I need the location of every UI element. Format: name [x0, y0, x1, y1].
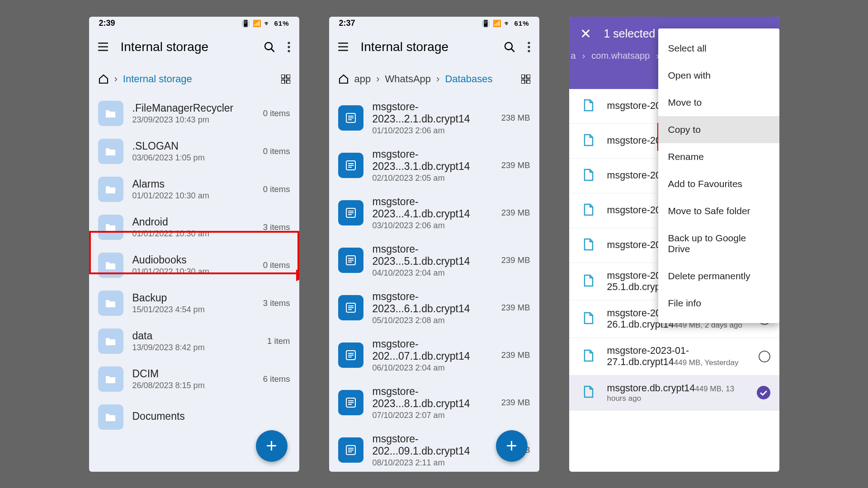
folder-icon — [98, 253, 123, 278]
list-item[interactable]: Audiobooks01/01/2022 10:30 am 0 items — [89, 246, 299, 284]
database-icon — [338, 200, 363, 225]
crumb-internal-storage[interactable]: Internal storage — [123, 73, 192, 85]
list-item[interactable]: msgstore-2023-01-27.1.db.crypt14449 MB, … — [569, 338, 779, 375]
more-icon[interactable] — [528, 42, 530, 52]
list-item[interactable]: msgstore-2023...3.1.db.crypt1402/10/2023… — [329, 142, 539, 189]
item-size: 239 MB — [501, 303, 530, 313]
list-item[interactable]: msgstore-2023...5.1.db.crypt1404/10/2023… — [329, 237, 539, 284]
menu-item-file-info[interactable]: File info — [658, 290, 779, 317]
file-icon — [578, 166, 598, 186]
chevron-right-icon: › — [114, 73, 118, 85]
selection-appbar: ✕ 1 selected a › com.whatsapp › Select a… — [569, 17, 779, 89]
item-date: 05/10/2023 2:08 am — [373, 316, 492, 325]
item-meta: 1 item — [267, 336, 290, 346]
database-icon — [338, 437, 363, 463]
list-item[interactable]: msgstore-2023...4.1.db.crypt1403/10/2023… — [329, 189, 539, 237]
item-name: msgstore-2023...5.1.db.crypt14 — [373, 243, 492, 267]
list-item[interactable]: Documents — [89, 398, 299, 436]
file-icon — [578, 347, 598, 366]
menu-item-rename[interactable]: Rename — [658, 143, 779, 170]
item-meta: 3 items — [263, 222, 290, 232]
folder-icon — [98, 366, 123, 392]
list-item[interactable]: DCIM26/08/2023 8:15 pm 6 items — [89, 360, 299, 398]
more-icon[interactable] — [288, 42, 290, 52]
list-item[interactable]: .SLOGAN03/06/2023 1:05 pm 0 items — [89, 132, 299, 170]
crumb-app[interactable]: app — [354, 73, 371, 85]
phone-screen-1: 2:39 📳 📶 ᯤ 61% Internal storage › Intern… — [89, 17, 299, 472]
file-icon — [578, 131, 598, 151]
menu-item-copy-to[interactable]: Copy to — [658, 116, 779, 143]
item-date: 01/10/2023 2:06 am — [373, 126, 492, 136]
crumb-databases[interactable]: Databases — [445, 73, 492, 85]
item-date: 13/09/2023 8:42 pm — [132, 343, 259, 352]
list-item[interactable]: data13/09/2023 8:42 pm 1 item — [89, 322, 299, 360]
list-item[interactable]: Android01/01/2022 10:30 am 3 items — [89, 208, 299, 246]
grid-view-icon[interactable] — [281, 75, 290, 84]
appbar: Internal storage — [89, 30, 299, 64]
item-meta: 0 items — [263, 146, 290, 156]
menu-item-add-to-favourites[interactable]: Add to Favourites — [658, 170, 779, 197]
item-date: 07/10/2023 2:07 am — [373, 411, 492, 420]
menu-item-select-all[interactable]: Select all — [658, 35, 779, 62]
list-item[interactable]: msgstore-2023...2.1.db.crypt1401/10/2023… — [329, 94, 539, 142]
item-meta: 6 items — [263, 374, 290, 384]
crumb-whatsapp[interactable]: WhatsApp — [385, 73, 431, 85]
menu-item-open-with[interactable]: Open with — [658, 62, 779, 89]
file-icon — [578, 96, 598, 116]
database-icon — [338, 295, 363, 320]
appbar: Internal storage — [329, 30, 539, 64]
database-icon — [338, 105, 363, 131]
list-item[interactable]: Alarms01/01/2022 10:30 am 0 items — [89, 170, 299, 208]
menu-item-move-to-safe-folder[interactable]: Move to Safe folder — [658, 197, 779, 225]
statusbar: 2:39 📳 📶 ᯤ 61% — [89, 17, 299, 30]
item-size: 239 MB — [501, 255, 530, 265]
crumb-comwhatsapp[interactable]: com.whatsapp — [591, 51, 650, 61]
breadcrumb: › Internal storage — [89, 64, 299, 94]
search-icon[interactable] — [504, 42, 515, 52]
fab-add-button[interactable]: + — [256, 430, 288, 462]
list-item[interactable]: msgstore-2023...6.1.db.crypt1405/10/2023… — [329, 284, 539, 332]
home-icon[interactable] — [338, 74, 349, 84]
overflow-menu: Select allOpen withMove toCopy toRenameA… — [658, 28, 779, 323]
close-icon[interactable]: ✕ — [580, 26, 591, 42]
item-name: msgstore-2023...6.1.db.crypt14 — [373, 291, 492, 315]
database-icon — [338, 153, 363, 178]
list-item[interactable]: msgstore-2023...8.1.db.crypt1407/10/2023… — [329, 379, 539, 427]
item-date: 23/09/2023 10:43 pm — [132, 115, 254, 125]
item-date: 02/10/2023 2:05 am — [373, 174, 492, 183]
list-item[interactable]: msgstore-202...07.1.db.crypt1406/10/2023… — [329, 332, 539, 379]
chevron-right-icon: › — [376, 73, 379, 85]
item-name: msgstore-202...09.1.db.crypt14 — [373, 433, 492, 457]
statusbar: 2:37 📳 📶 ᯤ 61% — [329, 17, 539, 30]
item-date: 03/06/2023 1:05 pm — [132, 153, 254, 163]
chevron-right-icon: › — [436, 73, 439, 85]
radio-unchecked-icon[interactable] — [759, 351, 770, 362]
fab-add-button[interactable]: + — [496, 430, 528, 462]
menu-icon[interactable] — [98, 42, 108, 51]
file-icon — [578, 201, 598, 221]
item-date: 04/10/2023 2:04 am — [373, 268, 492, 278]
search-icon[interactable] — [264, 42, 275, 52]
item-name: msgstore-2023...2.1.db.crypt14 — [373, 101, 492, 125]
menu-item-delete-permanently[interactable]: Delete permanently — [658, 263, 779, 290]
folder-icon — [98, 328, 123, 354]
list-item[interactable]: Backup15/01/2023 4:54 pm 3 items — [89, 284, 299, 322]
file-icon — [578, 309, 598, 329]
folder-list[interactable]: .FileManagerRecycler23/09/2023 10:43 pm … — [89, 94, 299, 472]
crumb-a[interactable]: a — [571, 51, 576, 61]
radio-checked-icon[interactable] — [757, 386, 770, 399]
menu-icon[interactable] — [338, 42, 348, 51]
phone-screen-2: 2:37 📳 📶 ᯤ 61% Internal storage app › Wh… — [329, 17, 539, 472]
home-icon[interactable] — [98, 74, 109, 84]
grid-view-icon[interactable] — [521, 75, 530, 84]
file-list[interactable]: msgstore-2023...2.1.db.crypt1401/10/2023… — [329, 94, 539, 472]
page-title: Internal storage — [361, 40, 491, 54]
list-item[interactable]: .FileManagerRecycler23/09/2023 10:43 pm … — [89, 94, 299, 132]
menu-item-back-up-to-google-drive[interactable]: Back up to Google Drive — [658, 225, 779, 263]
menu-item-move-to[interactable]: Move to — [658, 89, 779, 116]
folder-icon — [98, 215, 123, 240]
list-item[interactable]: msgstore.db.crypt14449 MB, 13 hours ago — [569, 375, 779, 411]
status-time: 2:37 — [339, 19, 355, 28]
item-date: 06/10/2023 2:04 am — [373, 363, 492, 373]
item-name: msgstore-2023...8.1.db.crypt14 — [373, 385, 492, 410]
